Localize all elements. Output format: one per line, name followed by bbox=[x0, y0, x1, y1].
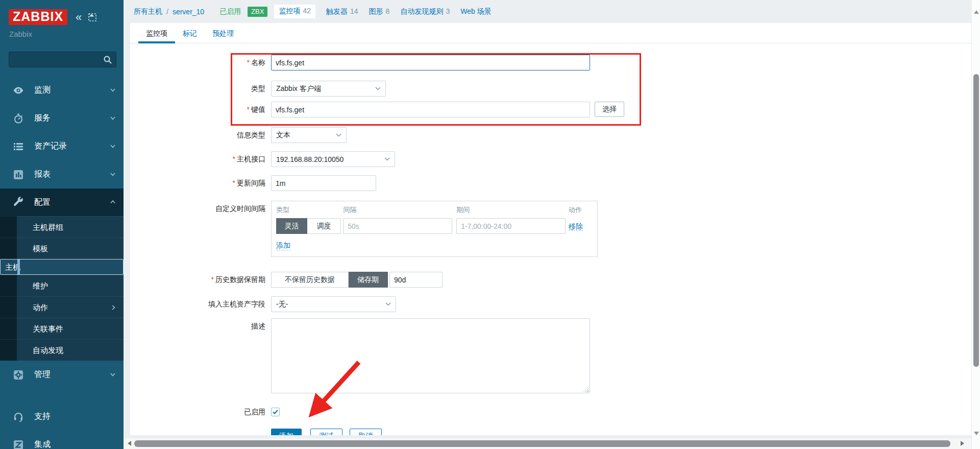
search-icon[interactable] bbox=[103, 55, 112, 64]
no-history-toggle-button[interactable]: 不保留历史数据 bbox=[271, 272, 349, 288]
gear-icon bbox=[12, 369, 24, 381]
value-type-select[interactable]: 文本 bbox=[271, 127, 347, 143]
host-nav-items-chip[interactable]: 监控项42 bbox=[274, 5, 315, 18]
logo-row: ZABBIX « bbox=[9, 9, 117, 25]
history-period-input[interactable] bbox=[389, 272, 443, 288]
row-type: 类型 Zabbix 客户端 bbox=[130, 81, 386, 97]
sidebar-item-administration[interactable]: 管理 bbox=[0, 361, 124, 389]
sidebar-item-event-correlation[interactable]: 关联事件 bbox=[0, 318, 124, 339]
discovery-rules-link[interactable]: 自动发现规则 bbox=[400, 7, 443, 15]
sidebar-item-services[interactable]: 服务 bbox=[0, 104, 124, 132]
sidebar-search[interactable] bbox=[9, 52, 116, 67]
graphs-link[interactable]: 图形 bbox=[369, 7, 383, 15]
scroll-up-arrow[interactable] bbox=[974, 10, 979, 14]
web-scenarios-link[interactable]: Web 场景 bbox=[460, 7, 491, 15]
collapse-sidebar-icon[interactable]: « bbox=[76, 12, 82, 22]
sidebar-item-configuration[interactable]: 配置 bbox=[0, 188, 124, 216]
ci-period-input[interactable] bbox=[456, 218, 566, 234]
host-interface-label: *主机接口 bbox=[130, 151, 265, 164]
sidebar-item-host-groups[interactable]: 主机群组 bbox=[0, 216, 124, 238]
sidebar-item-maintenance[interactable]: 维护 bbox=[0, 275, 124, 296]
chevron-down-icon bbox=[375, 87, 381, 90]
sidebar-item-integrations[interactable]: 集成 bbox=[0, 431, 124, 449]
row-description: 描述 bbox=[130, 318, 590, 393]
eye-icon bbox=[12, 84, 24, 97]
sidebar-item-actions[interactable]: 动作 bbox=[0, 296, 124, 318]
ci-remove-link[interactable]: 移除 bbox=[569, 222, 583, 231]
items-link[interactable]: 监控项 bbox=[279, 7, 300, 15]
z-square-icon bbox=[12, 439, 24, 449]
sidebar-item-monitoring[interactable]: 监测 bbox=[0, 76, 124, 104]
items-count: 42 bbox=[303, 7, 311, 15]
expand-sidebar-icon[interactable] bbox=[88, 13, 97, 22]
ci-add-link[interactable]: 添加 bbox=[276, 241, 290, 250]
check-icon bbox=[273, 410, 278, 414]
name-input[interactable] bbox=[271, 55, 590, 70]
host-nav-web-scenarios[interactable]: Web 场景 bbox=[460, 7, 491, 16]
host-interface-select[interactable]: 192.168.88.20:10050 bbox=[271, 151, 395, 167]
ci-header-interval: 间隔 bbox=[343, 205, 452, 215]
key-input[interactable] bbox=[271, 102, 590, 117]
add-button[interactable]: 添加 bbox=[271, 429, 302, 435]
zbx-agent-badge: ZBX bbox=[248, 7, 267, 17]
name-label: *名称 bbox=[130, 55, 265, 67]
custom-interval-row: 灵活 调度 移除 bbox=[276, 218, 593, 234]
update-interval-input[interactable] bbox=[271, 175, 376, 191]
item-form-panel: 监控项 标记 预处理 *名称 类型 Zabbix 客户端 *键值 选择 bbox=[130, 23, 971, 435]
enabled-label: 已启用 bbox=[130, 406, 265, 417]
description-textarea[interactable] bbox=[271, 318, 590, 393]
sidebar-item-support[interactable]: 支持 bbox=[0, 403, 124, 431]
triggers-link[interactable]: 触发器 bbox=[326, 7, 348, 15]
headset-icon bbox=[12, 411, 24, 423]
type-label: 类型 bbox=[130, 81, 265, 93]
discovery-rules-count: 3 bbox=[446, 7, 450, 15]
configuration-section: 配置 主机群组 模板 主机 维护 动作 关联事件 自动发现 bbox=[0, 188, 124, 361]
host-nav-triggers[interactable]: 触发器14 bbox=[326, 7, 358, 16]
sidebar-item-inventory[interactable]: 资产记录 bbox=[0, 132, 124, 160]
enabled-checkbox[interactable] bbox=[271, 408, 280, 416]
row-name: *名称 bbox=[130, 55, 590, 70]
zabbix-logo: ZABBIX bbox=[9, 9, 67, 25]
vertical-scrollbar-thumb[interactable] bbox=[973, 74, 979, 367]
key-select-button[interactable]: 选择 bbox=[595, 102, 624, 117]
update-interval-label: *更新间隔 bbox=[130, 175, 265, 188]
custom-intervals-box: 类型 间隔 期间 动作 灵活 调度 移除 添加 bbox=[271, 201, 598, 257]
vertical-scrollbar[interactable] bbox=[971, 0, 980, 449]
ci-header-type: 类型 bbox=[276, 205, 341, 215]
required-asterisk: * bbox=[247, 105, 250, 113]
scroll-down-arrow[interactable] bbox=[974, 432, 979, 435]
horizontal-scrollbar[interactable] bbox=[124, 438, 971, 449]
test-button[interactable]: 测试 bbox=[310, 429, 342, 435]
host-nav-graphs[interactable]: 图形8 bbox=[369, 7, 390, 16]
chevron-up-icon bbox=[110, 200, 115, 204]
ci-interval-input[interactable] bbox=[343, 218, 452, 234]
horizontal-scrollbar-thumb[interactable] bbox=[134, 440, 950, 447]
search-input[interactable] bbox=[13, 52, 105, 67]
row-footer-buttons: 添加 测试 取消 bbox=[130, 429, 382, 435]
sidebar-item-label: 配置 bbox=[34, 197, 51, 208]
breadcrumb-all-hosts-link[interactable]: 所有主机 bbox=[134, 7, 162, 16]
flexible-toggle-button[interactable]: 灵活 bbox=[276, 218, 307, 234]
host-status-enabled: 已启用 bbox=[219, 7, 241, 16]
storage-period-toggle-button[interactable]: 储存期 bbox=[349, 272, 388, 288]
row-custom-intervals: 自定义时间间隔 类型 间隔 期间 动作 灵活 调度 bbox=[130, 201, 598, 257]
type-select-value: Zabbix 客户端 bbox=[276, 84, 321, 93]
scroll-right-arrow[interactable] bbox=[961, 441, 964, 446]
sidebar-item-hosts[interactable]: 主机 bbox=[0, 259, 124, 275]
cancel-button[interactable]: 取消 bbox=[350, 429, 382, 435]
inventory-select[interactable]: -无- bbox=[271, 296, 396, 312]
list-icon bbox=[12, 140, 24, 153]
triggers-count: 14 bbox=[350, 7, 358, 15]
host-nav-discovery-rules[interactable]: 自动发现规则3 bbox=[400, 7, 450, 16]
scheduling-toggle-button[interactable]: 调度 bbox=[307, 218, 341, 234]
sidebar-item-label: 动作 bbox=[33, 303, 48, 312]
type-select[interactable]: Zabbix 客户端 bbox=[271, 81, 386, 97]
sidebar-item-label: 集成 bbox=[34, 439, 51, 449]
required-asterisk: * bbox=[233, 155, 235, 163]
sidebar-item-reports[interactable]: 报表 bbox=[0, 160, 124, 188]
row-value-type: 信息类型 文本 bbox=[130, 127, 347, 143]
value-type-label: 信息类型 bbox=[130, 127, 265, 140]
breadcrumb-host-link[interactable]: server_10 bbox=[173, 8, 204, 16]
scroll-left-arrow[interactable] bbox=[128, 441, 131, 446]
sidebar-item-discovery[interactable]: 自动发现 bbox=[0, 339, 124, 361]
